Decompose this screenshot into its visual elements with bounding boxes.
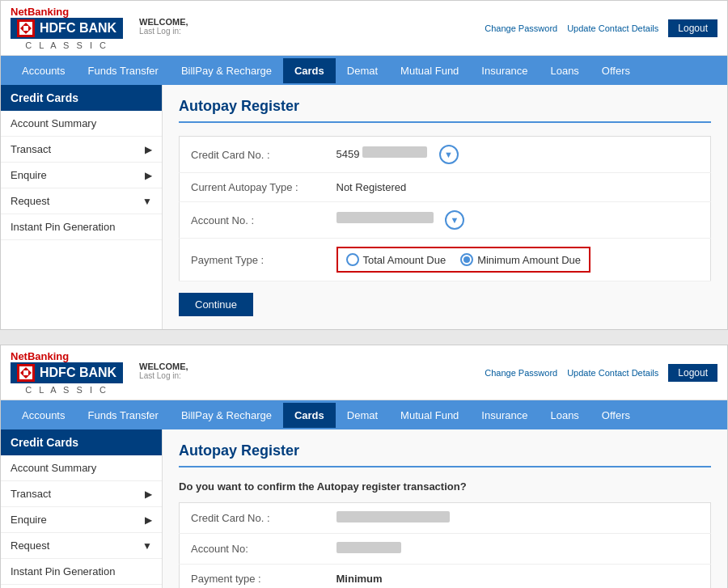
nav-accounts-1[interactable]: Accounts — [11, 58, 76, 83]
credit-card-masked-1 — [362, 146, 427, 158]
account-no-row-1: Account No. : ▼ — [180, 202, 711, 239]
classic-label-2: C L A S S I C — [11, 385, 123, 395]
body-area-2: Credit Cards Account Summary Transact ▶ … — [1, 429, 727, 588]
credit-card-value-2 — [325, 503, 711, 534]
form-table-2: Credit Card No. : Account No: Payment ty… — [179, 502, 711, 588]
payment-type-highlight-1: Total Amount Due Minimum Amount Due — [336, 247, 591, 273]
account-no-label-2: Account No: — [180, 534, 325, 565]
nav-accounts-2[interactable]: Accounts — [11, 403, 76, 428]
arrow-right-icon-1: ▶ — [145, 144, 152, 155]
confirm-question-2: Do you want to confirm the Autopay regis… — [179, 480, 711, 493]
nav-demat-2[interactable]: Demat — [336, 403, 389, 428]
sidebar-header-1: Credit Cards — [1, 85, 162, 111]
svg-rect-2 — [23, 26, 28, 31]
autopay-type-value-1: Not Registered — [325, 173, 711, 202]
netbanking-label-2: NetBanking — [11, 350, 69, 362]
radio-total-1[interactable]: Total Amount Due — [346, 253, 447, 266]
logout-button-1[interactable]: Logout — [668, 19, 717, 37]
sidebar-header-2: Credit Cards — [1, 429, 162, 455]
sidebar-item-account-summary-1[interactable]: Account Summary — [1, 111, 162, 137]
arrow-right-icon-2: ▶ — [145, 170, 152, 181]
hdfc-icon-2 — [17, 364, 35, 382]
sidebar-item-request-2[interactable]: Request ▼ — [1, 533, 162, 559]
credit-card-dropdown-1[interactable]: ▼ — [439, 145, 459, 164]
sidebar-item-account-summary-2[interactable]: Account Summary — [1, 455, 162, 481]
nav-bar-1: Accounts Funds Transfer BillPay & Rechar… — [1, 56, 727, 85]
nav-mutual-2[interactable]: Mutual Fund — [389, 403, 470, 428]
credit-card-label-1: Credit Card No. : — [180, 137, 325, 173]
nav-billpay-1[interactable]: BillPay & Recharge — [170, 58, 283, 83]
nav-funds-1[interactable]: Funds Transfer — [76, 58, 169, 83]
header-actions-1: Change Password Update Contact Details L… — [485, 19, 717, 37]
nav-offers-1[interactable]: Offers — [590, 58, 641, 83]
hdfc-bank-logo-2: HDFC BANK — [11, 362, 123, 383]
sidebar-item-pin-2[interactable]: Instant Pin Generation — [1, 559, 162, 585]
nav-cards-2[interactable]: Cards — [283, 403, 336, 428]
svg-rect-5 — [23, 370, 28, 375]
arrow-right-icon-4: ▶ — [145, 514, 152, 526]
nav-funds-2[interactable]: Funds Transfer — [76, 403, 169, 428]
nav-insurance-2[interactable]: Insurance — [470, 403, 539, 428]
nav-loans-1[interactable]: Loans — [539, 58, 590, 83]
arrow-right-icon-3: ▶ — [145, 489, 152, 500]
logout-button-2[interactable]: Logout — [668, 364, 717, 382]
sidebar-item-request-1[interactable]: Request ▼ — [1, 188, 162, 214]
account-no-value-2 — [325, 534, 711, 565]
hdfc-icon-1 — [17, 19, 35, 37]
radio-minimum-1[interactable]: Minimum Amount Due — [460, 253, 581, 266]
logo-area-2: NetBanking HDFC BANK C L A S S I C — [11, 350, 123, 395]
sidebar-item-enquire-2[interactable]: Enquire ▶ — [1, 507, 162, 533]
sidebar-item-transact-1[interactable]: Transact ▶ — [1, 137, 162, 163]
sidebar-item-transact-2[interactable]: Transact ▶ — [1, 481, 162, 507]
arrow-down-icon-1: ▼ — [142, 196, 152, 207]
header-actions-2: Change Password Update Contact Details L… — [485, 364, 717, 382]
arrow-down-icon-2: ▼ — [142, 540, 152, 552]
netbanking-label-1: NetBanking — [11, 6, 69, 18]
nav-bar-2: Accounts Funds Transfer BillPay & Rechar… — [1, 400, 727, 429]
nav-demat-1[interactable]: Demat — [336, 58, 389, 83]
continue-button-1[interactable]: Continue — [179, 293, 253, 316]
credit-card-label-2: Credit Card No. : — [180, 503, 325, 534]
account-no-label-1: Account No. : — [180, 202, 325, 239]
header-1: NetBanking HDFC BANK C L A S S I C — [1, 1, 727, 56]
autopay-type-row-1: Current Autopay Type : Not Registered — [180, 173, 711, 202]
nav-offers-2[interactable]: Offers — [590, 403, 641, 428]
sidebar-item-enquire-1[interactable]: Enquire ▶ — [1, 163, 162, 188]
page-title-2: Autopay Register — [179, 442, 711, 467]
change-password-link-1[interactable]: Change Password — [485, 23, 557, 33]
nav-loans-2[interactable]: Loans — [539, 403, 590, 428]
account-no-value-1: ▼ — [325, 202, 711, 239]
account-no-masked-2 — [336, 542, 401, 553]
credit-card-row-2: Credit Card No. : — [180, 503, 711, 534]
update-contact-link-1[interactable]: Update Contact Details — [567, 23, 658, 33]
account-no-row-2: Account No: — [180, 534, 711, 565]
credit-card-masked-2 — [336, 511, 450, 522]
autopay-type-label-1: Current Autopay Type : — [180, 173, 325, 202]
payment-type-label-2: Payment type : — [180, 565, 325, 589]
sidebar-item-pin-1[interactable]: Instant Pin Generation — [1, 214, 162, 240]
welcome-2: WELCOME, Last Log in: — [139, 362, 485, 380]
hdfc-bank-logo-1: HDFC BANK — [11, 18, 123, 39]
sidebar-2: Credit Cards Account Summary Transact ▶ … — [1, 429, 163, 588]
nav-billpay-2[interactable]: BillPay & Recharge — [170, 403, 283, 428]
payment-type-options-1: Total Amount Due Minimum Amount Due — [325, 239, 711, 281]
classic-label-1: C L A S S I C — [11, 40, 123, 50]
payment-type-value-2: Minimum — [325, 565, 711, 589]
radio-circle-total-1 — [346, 253, 359, 266]
form-table-1: Credit Card No. : 5459 ▼ Current Autopay… — [179, 136, 711, 281]
nav-mutual-1[interactable]: Mutual Fund — [389, 58, 470, 83]
logo-area-1: NetBanking HDFC BANK C L A S S I C — [11, 6, 123, 50]
payment-type-row-1: Payment Type : Total Amount Due Minimum … — [180, 239, 711, 281]
nav-insurance-1[interactable]: Insurance — [470, 58, 539, 83]
content-1: Autopay Register Credit Card No. : 5459 … — [163, 85, 727, 329]
change-password-link-2[interactable]: Change Password — [485, 368, 557, 378]
account-no-dropdown-1[interactable]: ▼ — [445, 210, 464, 230]
account-no-masked-1 — [336, 212, 434, 223]
content-2: Autopay Register Do you want to confirm … — [163, 429, 727, 588]
page-title-1: Autopay Register — [179, 98, 711, 123]
nav-cards-1[interactable]: Cards — [283, 58, 336, 83]
credit-card-row-1: Credit Card No. : 5459 ▼ — [180, 137, 711, 173]
update-contact-link-2[interactable]: Update Contact Details — [567, 368, 658, 378]
header-2: NetBanking HDFC BANK C L A S S I C — [1, 345, 727, 400]
radio-circle-minimum-1 — [460, 253, 473, 266]
